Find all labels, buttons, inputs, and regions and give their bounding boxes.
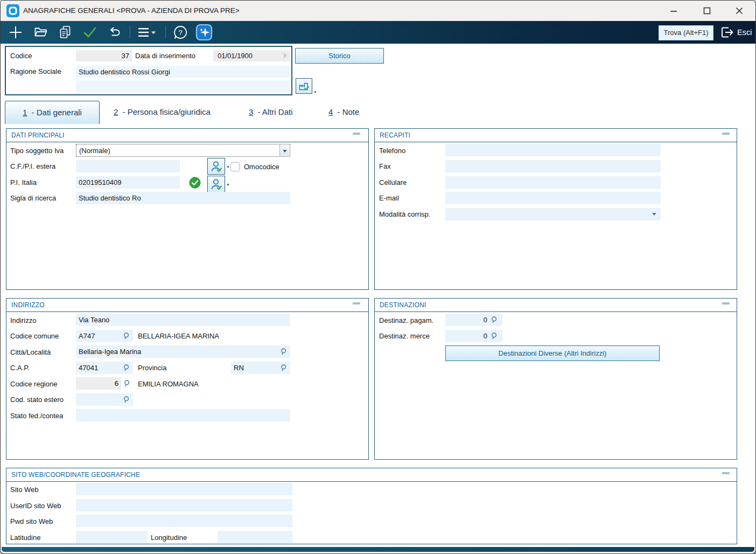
tab-number: 3 <box>249 107 253 116</box>
person-check-icon <box>210 178 223 191</box>
tab-label: - Altri Dati <box>258 107 293 116</box>
sigla-ricerca-field[interactable] <box>76 192 290 204</box>
indirizzo-field[interactable] <box>76 314 290 326</box>
tab-altri-dati[interactable]: 3 - Altri Dati <box>249 107 293 116</box>
section-separator <box>375 311 737 312</box>
cf-pi-estera-field[interactable] <box>76 160 180 172</box>
recapiti-collapse-icon[interactable] <box>722 133 730 135</box>
telefono-label: Telefono <box>379 147 405 155</box>
destinaz-pagam-label: Destinaz. pagam. <box>379 316 433 325</box>
new-record-button[interactable] <box>7 24 24 41</box>
search-icon[interactable] <box>280 364 288 372</box>
search-icon[interactable] <box>123 332 131 340</box>
destinazioni-diverse-button[interactable]: Destinazioni Diverse (Altri Indirizzi) <box>445 345 660 361</box>
cellulare-label: Cellulare <box>379 178 407 187</box>
ragione-sociale-label: Ragione Sociale <box>10 67 61 76</box>
help-button[interactable]: ? <box>172 24 189 41</box>
cellulare-field[interactable] <box>445 176 661 189</box>
pi-italia-field[interactable] <box>76 176 180 189</box>
open-list-button[interactable] <box>32 24 50 41</box>
help-icon: ? <box>173 25 188 40</box>
data-inserimento-field[interactable] <box>213 50 290 61</box>
title-bar: ANAGRAFICHE GENERALI <PROVA - AZIENDA DI… <box>1 1 755 21</box>
indirizzo-collapse-icon[interactable] <box>353 302 360 304</box>
tab-label: - Dati generali <box>32 108 82 117</box>
indirizzo-title: INDIRIZZO <box>11 301 45 309</box>
menu-icon <box>138 27 156 38</box>
main-toolbar: ? Trova (Alt+F1) Esci <box>1 21 755 44</box>
ragione-sociale-field[interactable] <box>76 66 290 78</box>
ai-assistant-button[interactable] <box>195 24 213 41</box>
pwd-field[interactable] <box>76 515 292 527</box>
caret-down-icon[interactable] <box>652 213 656 216</box>
window-bottom-bar <box>2 547 754 552</box>
citta-label: Città/Località <box>10 348 51 357</box>
dati-principali-collapse-icon[interactable] <box>353 133 360 135</box>
company-check-button[interactable] <box>296 78 312 94</box>
regione-descr: EMILIA ROMAGNA <box>138 380 199 388</box>
exit-button-label: Esci <box>737 28 752 37</box>
search-icon[interactable] <box>123 379 131 387</box>
folder-icon <box>34 26 48 38</box>
codice-field <box>76 50 132 61</box>
cod-stato-estero-label: Cod. stato estero <box>10 396 64 404</box>
search-icon[interactable] <box>491 316 499 324</box>
find-button[interactable]: Trova (Alt+F1) <box>659 25 713 40</box>
sito-web-collapse-icon[interactable] <box>722 472 730 474</box>
menu-dot <box>227 184 229 185</box>
date-expand-caret-icon[interactable] <box>284 53 287 58</box>
tipo-soggetto-iva-value: (Normale) <box>79 147 110 155</box>
tab-note[interactable]: 4 - Note <box>328 107 359 116</box>
storico-button[interactable]: Storico <box>295 48 384 64</box>
duplicate-button[interactable] <box>57 24 74 41</box>
destinaz-merce-label: Destinaz. merce <box>379 332 430 341</box>
stato-fed-field[interactable] <box>76 409 290 421</box>
sito-web-label: Sito Web <box>10 486 39 494</box>
userid-label: UserID sito Web <box>10 502 61 510</box>
fax-field[interactable] <box>445 160 661 172</box>
search-icon[interactable] <box>123 364 131 372</box>
exit-button[interactable]: Esci <box>718 25 755 40</box>
section-separator <box>6 481 737 482</box>
minimize-button[interactable] <box>662 1 685 20</box>
telefono-field[interactable] <box>445 144 661 156</box>
destinazioni-title: DESTINAZIONI <box>380 301 426 309</box>
svg-text:?: ? <box>178 29 183 37</box>
undo-button[interactable] <box>106 24 123 41</box>
verify-cf-button[interactable] <box>207 158 225 175</box>
codice-label: Codice <box>10 52 32 60</box>
app-logo-icon <box>6 4 19 17</box>
maximize-button[interactable] <box>695 1 719 20</box>
search-icon[interactable] <box>280 348 288 356</box>
tab-persona-fisica[interactable]: 2 - Persona fisica/giuridica <box>114 107 211 116</box>
close-button[interactable] <box>727 1 751 20</box>
omocodice-checkbox[interactable] <box>230 162 240 171</box>
toolbar-separator <box>165 26 166 39</box>
search-icon[interactable] <box>491 332 499 340</box>
modalita-corrisp-select[interactable] <box>445 208 661 220</box>
menu-dot <box>314 91 316 93</box>
dropdown-arrow-button[interactable] <box>279 145 289 156</box>
tab-dati-generali[interactable]: 1 - Dati generali <box>5 101 100 124</box>
citta-field[interactable] <box>76 345 290 358</box>
email-field[interactable] <box>445 192 661 204</box>
app-window: ANAGRAFICHE GENERALI <PROVA - AZIENDA DI… <box>0 0 756 554</box>
latitudine-field[interactable] <box>76 531 148 543</box>
verify-piva-button[interactable] <box>207 176 225 192</box>
longitudine-field[interactable] <box>218 531 292 543</box>
operations-menu-button[interactable] <box>136 24 158 41</box>
confirm-button[interactable] <box>81 24 99 41</box>
toolbar-separator <box>130 26 130 39</box>
userid-field[interactable] <box>76 499 292 511</box>
destinazioni-collapse-icon[interactable] <box>722 302 730 304</box>
longitudine-label: Longitudine <box>151 534 187 542</box>
indirizzo-label: Indirizzo <box>10 316 36 325</box>
search-icon[interactable] <box>123 396 131 404</box>
ragione-sociale-field-2[interactable] <box>76 80 290 92</box>
tipo-soggetto-iva-select[interactable]: (Normale) <box>76 144 290 157</box>
sigla-ricerca-label: Sigla di ricerca <box>10 194 56 203</box>
tab-label: - Note <box>338 107 360 116</box>
section-separator <box>6 311 368 312</box>
section-separator <box>6 142 368 142</box>
sito-web-field[interactable] <box>76 483 292 495</box>
